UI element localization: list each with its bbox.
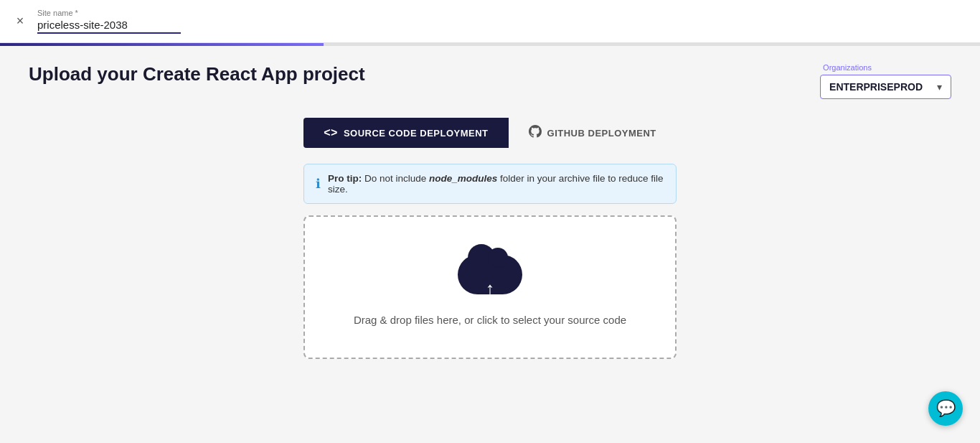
upload-cloud-icon: ↑ bbox=[458, 249, 522, 299]
org-dropdown-text: ENTERPRISEPROD bbox=[829, 81, 923, 93]
chat-icon: 💬 bbox=[936, 399, 956, 418]
org-dropdown[interactable]: ENTERPRISEPROD ▾ bbox=[820, 75, 951, 99]
org-group: Organizations ENTERPRISEPROD ▾ bbox=[820, 63, 951, 99]
main-content: Upload your Create React App project Org… bbox=[0, 46, 980, 376]
tab-source-code-deployment[interactable]: <> SOURCE CODE DEPLOYMENT bbox=[303, 118, 508, 148]
drop-zone[interactable]: ↑ Drag & drop files here, or click to se… bbox=[303, 215, 677, 359]
page-header: Upload your Create React App project Org… bbox=[29, 63, 951, 99]
tab-github-label: GITHUB DEPLOYMENT bbox=[547, 128, 656, 139]
info-icon: ℹ bbox=[316, 176, 321, 192]
chat-button[interactable]: 💬 bbox=[928, 391, 963, 426]
info-tip-text: Pro tip: Do not include node_modules fol… bbox=[328, 173, 664, 195]
close-button[interactable]: × bbox=[11, 13, 29, 30]
tab-github-deployment[interactable]: GITHUB DEPLOYMENT bbox=[509, 116, 677, 149]
org-label: Organizations bbox=[820, 63, 951, 72]
tab-source-label: SOURCE CODE DEPLOYMENT bbox=[344, 128, 489, 139]
info-tip: ℹ Pro tip: Do not include node_modules f… bbox=[303, 164, 677, 204]
site-name-label: Site name * bbox=[37, 9, 181, 17]
top-bar: × Site name * bbox=[0, 0, 980, 43]
page-title: Upload your Create React App project bbox=[29, 63, 365, 85]
upload-arrow-icon: ↑ bbox=[486, 279, 495, 298]
drop-zone-text: Drag & drop files here, or click to sele… bbox=[354, 314, 626, 326]
github-icon bbox=[529, 125, 542, 141]
tab-buttons: <> SOURCE CODE DEPLOYMENT GITHUB DEPLOYM… bbox=[29, 116, 951, 149]
chevron-down-icon: ▾ bbox=[937, 81, 942, 93]
site-name-group: Site name * bbox=[37, 9, 181, 34]
site-name-input[interactable] bbox=[37, 19, 181, 34]
code-icon: <> bbox=[324, 126, 338, 139]
